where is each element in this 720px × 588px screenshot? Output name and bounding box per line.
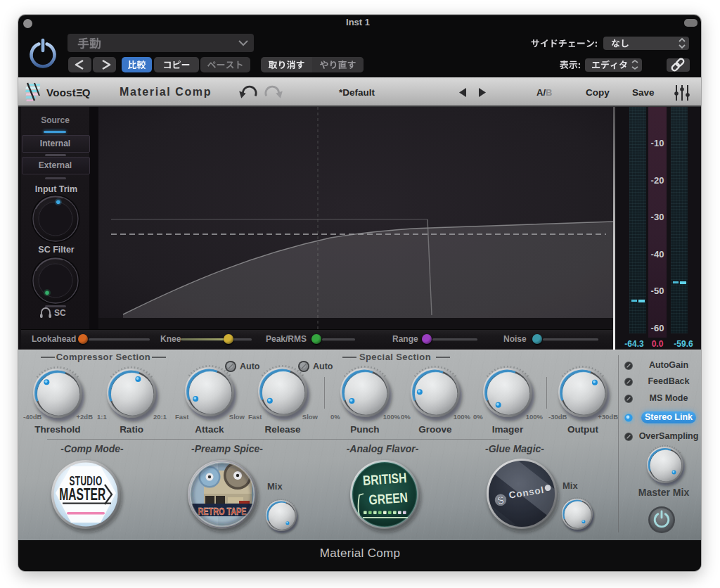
- svg-text:GREEN: GREEN: [368, 490, 409, 508]
- svg-text:BRITISH: BRITISH: [362, 470, 407, 488]
- svg-text:MASTER: MASTER: [59, 485, 105, 504]
- svg-text:RETRO TAPE: RETRO TAPE: [198, 505, 246, 517]
